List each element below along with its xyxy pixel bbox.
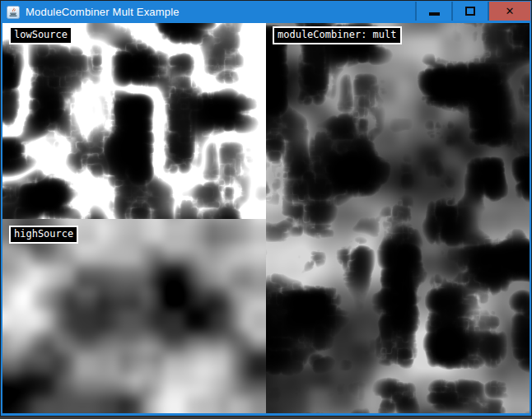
close-button[interactable]: ✕ [488,2,530,21]
desktop-backdrop: ModuleCombiner Mult Example ✕ lowSource [0,0,532,419]
lowsource-noise-canvas [2,23,266,219]
lowsource-label: lowSource [9,26,72,44]
panel-mult: moduleCombiner: mult [266,23,530,413]
minimize-icon [429,12,440,16]
minimize-button[interactable] [415,2,451,21]
maximize-icon [465,7,475,16]
mult-noise-canvas [266,23,530,413]
highsource-label: highSource [9,226,78,244]
maximize-button[interactable] [451,2,488,21]
panel-highsource: highSource [2,219,266,413]
render-area: lowSource highSource moduleCombiner: mul… [2,23,530,413]
app-window: ModuleCombiner Mult Example ✕ lowSource [0,0,532,417]
left-column: lowSource highSource [2,23,266,413]
highsource-noise-canvas [2,219,266,413]
window-controls: ✕ [415,2,530,21]
mult-label: moduleCombiner: mult [273,26,402,44]
close-icon: ✕ [506,6,515,16]
panel-lowsource: lowSource [2,23,266,219]
title-bar[interactable]: ModuleCombiner Mult Example ✕ [1,1,531,23]
java-coffee-cup-icon[interactable] [7,6,20,19]
